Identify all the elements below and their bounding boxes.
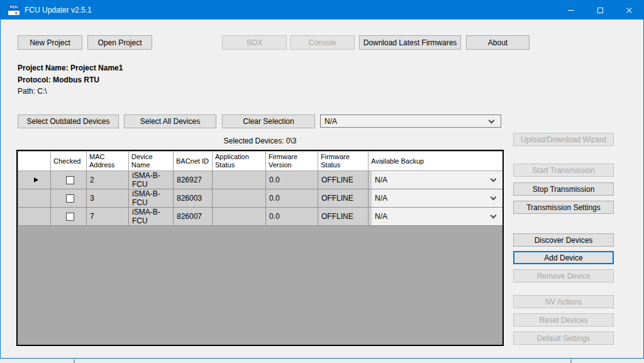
remove-device-button: Remove Device xyxy=(513,269,614,282)
col-firmware-status: Firmware Status xyxy=(318,152,369,171)
available-backup-dropdown[interactable]: N/A xyxy=(372,189,502,207)
col-row-selector xyxy=(18,152,51,171)
window-title: FCU Updater v2.5.1 xyxy=(25,6,92,14)
col-available-backup: Available Backup xyxy=(369,152,503,171)
chevron-down-icon xyxy=(489,117,495,123)
clear-selection-button[interactable]: Clear Selection xyxy=(222,114,315,128)
checked-cell[interactable] xyxy=(51,208,87,226)
device-name-cell[interactable]: iSMA-B-FCU xyxy=(129,208,174,226)
console-button: Console xyxy=(290,35,355,50)
protocol-label: Protocol: Modbus RTU xyxy=(18,75,99,84)
desktop: FCU FCU Updater v2.5.1 New Project Open … xyxy=(0,0,644,363)
close-button[interactable] xyxy=(614,1,643,20)
mac-cell[interactable]: 7 xyxy=(87,208,129,226)
minimize-icon xyxy=(568,10,574,11)
firmware-version-cell[interactable]: 0.0 xyxy=(266,171,318,189)
download-latest-firmwares-button[interactable]: Download Latest Firmwares xyxy=(359,35,461,50)
bacnet-id-cell[interactable]: 826007 xyxy=(174,208,213,226)
stop-transmission-button[interactable]: Stop Transmission xyxy=(513,182,614,196)
firmware-dropdown-value: N/A xyxy=(321,117,337,126)
titlebar: FCU FCU Updater v2.5.1 xyxy=(1,1,643,20)
firmware-status-cell[interactable]: OFFLINE xyxy=(318,171,369,189)
device-name-cell[interactable]: iSMA-B-FCU xyxy=(129,189,174,208)
mac-cell[interactable]: 2 xyxy=(87,171,129,189)
table-row[interactable]: 7 iSMA-B-FCU 826007 0.0 OFFLINE N/A xyxy=(18,208,503,226)
start-transmission-button: Start Transmission xyxy=(513,164,614,177)
checkbox[interactable] xyxy=(66,194,74,203)
project-name-label: Project Name: Project Name1 xyxy=(18,64,123,72)
about-button[interactable]: About xyxy=(466,35,530,50)
checkbox[interactable] xyxy=(66,213,74,221)
reset-devices-button: Reset Devices xyxy=(513,313,614,327)
gear-icon xyxy=(15,12,18,14)
col-mac-address: MAC Address xyxy=(87,152,129,171)
firmware-version-cell[interactable]: 0.0 xyxy=(266,208,318,226)
new-project-button[interactable]: New Project xyxy=(18,35,82,50)
device-name-cell[interactable]: iSMA-B-FCU xyxy=(129,171,174,189)
firmware-status-cell[interactable]: OFFLINE xyxy=(318,208,369,226)
chevron-down-icon xyxy=(491,213,497,219)
table-row[interactable]: 3 iSMA-B-FCU 826003 0.0 OFFLINE N/A xyxy=(18,189,503,208)
select-all-devices-button[interactable]: Select All Devices xyxy=(124,114,216,128)
col-checked: Checked xyxy=(51,152,87,171)
maximize-icon xyxy=(597,8,603,13)
close-icon xyxy=(626,7,633,14)
maximize-button[interactable] xyxy=(586,1,614,20)
chevron-down-icon xyxy=(491,176,497,182)
col-application-status: Application Status xyxy=(213,152,266,171)
row-selector-cell[interactable] xyxy=(18,189,51,208)
col-firmware-version: Firmware Version xyxy=(266,152,318,171)
app-icon-text: FCU xyxy=(8,5,19,9)
default-settings-button: Default Settings xyxy=(513,332,614,345)
col-bacnet-id: BACnet ID xyxy=(174,152,213,171)
minimize-button[interactable] xyxy=(557,1,586,20)
application-status-cell[interactable] xyxy=(213,189,266,208)
sox-button: SOX xyxy=(222,35,287,50)
current-row-arrow-icon xyxy=(34,177,38,182)
application-status-cell[interactable] xyxy=(213,171,266,189)
bacnet-id-cell[interactable]: 826003 xyxy=(174,189,213,208)
add-device-button[interactable]: Add Device xyxy=(513,251,614,264)
app-window: FCU FCU Updater v2.5.1 New Project Open … xyxy=(0,0,644,359)
selected-devices-label: Selected Devices: 0\3 xyxy=(16,137,504,145)
discover-devices-button[interactable]: Discover Devices xyxy=(513,233,614,247)
nv-actions-button: NV Actions xyxy=(513,295,614,308)
available-backup-cell[interactable]: N/A xyxy=(369,189,503,208)
row-selector-cell[interactable] xyxy=(18,171,51,189)
available-backup-dropdown[interactable]: N/A xyxy=(372,208,502,225)
table-header-row: Checked MAC Address Device Name BACnet I… xyxy=(18,152,503,171)
row-selector-cell[interactable] xyxy=(18,208,51,226)
transmission-settings-button[interactable]: Transmission Settings xyxy=(513,201,614,214)
chevron-down-icon xyxy=(491,194,497,201)
table-row[interactable]: 2 iSMA-B-FCU 826927 0.0 OFFLINE N/A xyxy=(18,171,503,189)
mac-cell[interactable]: 3 xyxy=(87,189,129,208)
firmware-dropdown[interactable]: N/A xyxy=(320,114,501,128)
available-backup-cell[interactable]: N/A xyxy=(369,171,503,189)
col-device-name: Device Name xyxy=(129,152,174,171)
application-status-cell[interactable] xyxy=(213,208,266,226)
firmware-status-cell[interactable]: OFFLINE xyxy=(318,189,369,208)
upload-download-wizard-button: Upload/Download Wizard xyxy=(513,133,614,146)
available-backup-cell[interactable]: N/A xyxy=(369,208,503,226)
available-backup-dropdown[interactable]: N/A xyxy=(372,171,502,189)
checkbox[interactable] xyxy=(66,176,74,184)
device-table: Checked MAC Address Device Name BACnet I… xyxy=(16,150,504,346)
checked-cell[interactable] xyxy=(51,171,87,189)
select-outdated-devices-button[interactable]: Select Outdated Devices xyxy=(18,114,119,128)
open-project-button[interactable]: Open Project xyxy=(87,35,152,50)
firmware-version-cell[interactable]: 0.0 xyxy=(266,189,318,208)
app-icon: FCU xyxy=(8,4,19,16)
path-label: Path: C:\ xyxy=(18,87,47,96)
bacnet-id-cell[interactable]: 826927 xyxy=(174,171,213,189)
background-strip xyxy=(0,359,644,363)
checked-cell[interactable] xyxy=(51,189,87,208)
